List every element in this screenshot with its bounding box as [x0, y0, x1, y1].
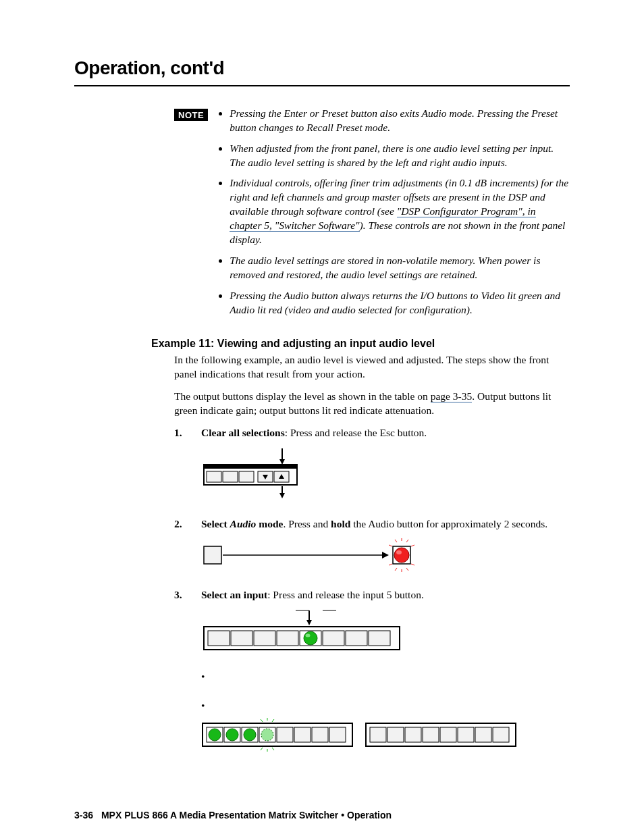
example-heading: Example 11: Viewing and adjusting an inp… [151, 336, 570, 351]
svg-rect-3 [204, 465, 297, 469]
svg-line-22 [406, 568, 408, 571]
svg-point-46 [209, 729, 221, 741]
svg-line-23 [395, 568, 397, 571]
svg-line-55 [261, 719, 263, 722]
step-body: Select an input: Press and release the i… [201, 588, 570, 602]
page-footer: 3-36 MPX PLUS 866 A Media Presentation M… [74, 809, 392, 822]
svg-marker-15 [382, 552, 389, 558]
step-rest: . Press and [283, 518, 331, 529]
svg-line-19 [411, 545, 414, 546]
result-bullet: • [174, 699, 570, 713]
step-number: 3. [174, 588, 201, 602]
figure-step-3b [201, 718, 570, 756]
footer-doc-title: MPX PLUS 866 A Media Presentation Matrix… [101, 810, 392, 820]
svg-marker-30 [306, 620, 312, 625]
svg-line-18 [395, 540, 397, 542]
svg-rect-60 [277, 727, 293, 742]
result-bullet: • [174, 670, 570, 684]
svg-rect-62 [312, 727, 328, 742]
step-rest2: the Audio button for approximately 2 sec… [350, 518, 547, 529]
note-item: The audio level settings are stored in n… [230, 254, 570, 282]
step-rest: : Press and release the input 5 button. [267, 589, 424, 600]
svg-line-17 [406, 540, 408, 542]
svg-rect-6 [239, 471, 254, 482]
svg-line-20 [389, 545, 392, 546]
note-badge: NOTE [174, 109, 208, 121]
svg-rect-68 [423, 727, 439, 742]
note-item: Pressing the Enter or Preset button also… [230, 107, 570, 135]
step-lead: Clear all selections [201, 427, 285, 438]
svg-rect-13 [204, 546, 221, 564]
svg-rect-71 [475, 727, 491, 742]
note-item: Individual controls, offering finer trim… [230, 176, 570, 247]
svg-rect-72 [493, 727, 509, 742]
step-row: 2. Select Audio mode. Press and hold the… [174, 517, 570, 531]
step-lead: Select [201, 518, 230, 529]
svg-line-58 [261, 748, 263, 750]
svg-rect-5 [223, 471, 238, 482]
page-number: 3-36 [74, 810, 93, 820]
svg-point-28 [396, 550, 402, 554]
svg-point-39 [304, 631, 317, 645]
svg-marker-1 [279, 459, 285, 465]
step-italic: Audio [230, 518, 257, 529]
step-row: 1. Clear all selections: Press and relea… [174, 426, 570, 440]
svg-rect-70 [458, 727, 474, 742]
svg-rect-36 [254, 631, 275, 646]
example-intro: In the following example, an audio level… [174, 353, 570, 382]
note-item: When adjusted from the front panel, ther… [230, 142, 570, 170]
svg-rect-65 [370, 727, 386, 742]
svg-rect-35 [231, 631, 252, 646]
svg-rect-43 [369, 631, 390, 646]
svg-rect-4 [207, 471, 221, 482]
svg-rect-69 [440, 727, 456, 742]
svg-rect-61 [294, 727, 311, 742]
svg-point-48 [226, 729, 238, 741]
figure-step-3 [201, 609, 570, 658]
svg-point-52 [261, 729, 273, 741]
svg-point-40 [306, 633, 311, 637]
figure-step-1 [201, 447, 570, 505]
svg-rect-63 [329, 727, 346, 742]
svg-rect-37 [277, 631, 298, 646]
svg-line-24 [411, 564, 414, 565]
step-body: Clear all selections: Press and release … [201, 426, 570, 440]
svg-point-27 [394, 548, 409, 563]
svg-line-25 [389, 564, 392, 565]
svg-rect-41 [323, 631, 344, 646]
note-item: Pressing the Audio button always returns… [230, 289, 570, 317]
step-hold: hold [331, 518, 350, 529]
step-body: Select Audio mode. Press and hold the Au… [201, 517, 570, 531]
note-list: Pressing the Enter or Preset button also… [212, 107, 570, 324]
svg-rect-67 [405, 727, 421, 742]
svg-rect-34 [208, 631, 230, 646]
note-block: NOTE Pressing the Enter or Preset button… [174, 107, 570, 324]
step-rest: : Press and release the Esc button. [285, 427, 427, 438]
ref-pre: The output buttons display the level as … [174, 390, 431, 402]
svg-line-57 [272, 748, 274, 750]
figure-step-2 [201, 538, 570, 576]
svg-marker-12 [279, 493, 285, 498]
page-ref-link[interactable]: page 3-35 [431, 390, 473, 402]
svg-rect-42 [346, 631, 367, 646]
horizontal-rule [74, 85, 570, 86]
step-row: 3. Select an input: Press and release th… [174, 588, 570, 602]
section-title: Operation, cont'd [74, 55, 570, 81]
svg-line-54 [272, 719, 274, 722]
step-number: 2. [174, 517, 201, 531]
example-ref: The output buttons display the level as … [174, 390, 570, 418]
svg-point-50 [244, 729, 256, 741]
step-lead: Select an input [201, 589, 267, 600]
step-mid: mode [256, 518, 283, 529]
svg-rect-66 [387, 727, 404, 742]
step-number: 1. [174, 426, 201, 440]
